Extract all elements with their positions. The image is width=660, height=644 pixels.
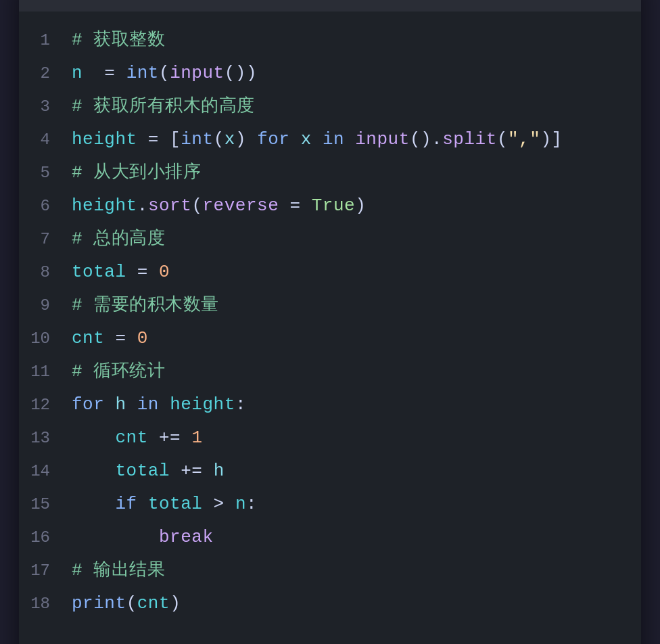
token-op [312,129,323,150]
token-x: h [214,461,225,481]
token-op: = [104,328,137,348]
token-purple: reverse [203,196,279,216]
line-number: 7 [19,223,66,256]
line-content: height.sort(reverse = True) [66,189,641,222]
code-line: 3# 获取所有积木的高度 [19,90,641,123]
token-indent [72,527,159,547]
code-line: 15 if total > n: [19,488,641,521]
token-cyan: cnt [137,593,170,614]
line-number: 11 [19,356,66,388]
token-op: ( [159,63,170,83]
code-line: 7# 总的高度 [19,223,641,256]
token-op: ( [126,593,137,614]
token-comment: # 获取所有积木的高度 [72,96,255,116]
token-op [104,394,115,415]
token-op: ( [214,129,225,150]
line-number: 9 [19,290,66,322]
code-line: 9# 需要的积木数量 [19,289,641,322]
line-number: 4 [19,124,66,156]
token-comment: # 循环统计 [72,361,165,382]
token-op: . [137,196,148,216]
token-op [137,494,148,514]
token-purple: split [442,129,497,150]
token-op [344,129,355,150]
line-number: 2 [19,58,66,90]
code-line: 10cnt = 0 [19,322,641,355]
token-cyan: total [72,262,126,282]
token-op: = [ [137,129,181,150]
token-op: (). [410,129,442,150]
token-purple: input [170,63,225,83]
code-line: 6height.sort(reverse = True) [19,189,641,223]
line-content: cnt = 0 [66,322,641,354]
token-indent [72,461,116,481]
line-content: total = 0 [66,256,641,288]
code-line: 1# 获取整数 [19,24,641,57]
token-purple: input [355,129,410,150]
line-number: 6 [19,190,66,223]
token-comment: # 需要的积木数量 [72,295,219,315]
token-comment: # 获取整数 [72,30,165,50]
code-line: 16 break [19,521,641,554]
token-op: ( [497,129,508,150]
line-content: break [66,521,641,553]
token-x: x [301,129,312,150]
line-number: 3 [19,91,66,123]
line-content: # 获取整数 [66,24,641,56]
code-line: 18print(cnt) [19,587,641,620]
line-number: 8 [19,256,66,289]
line-content: total += h [66,455,641,487]
token-num: 1 [191,428,202,448]
token-blue: for [72,394,104,415]
line-number: 12 [19,389,66,421]
token-indent [72,494,116,514]
line-number: 10 [19,323,66,355]
token-cyan: height [72,129,137,150]
token-cyan: height [72,196,137,216]
token-blue: for [257,129,289,150]
token-num: 0 [159,262,170,282]
token-cyan: total [148,494,203,514]
token-op: += [148,428,192,448]
token-blue: int [126,63,159,83]
line-content: height = [int(x) for x in input().split(… [66,123,641,156]
line-content: # 需要的积木数量 [66,289,641,321]
token-op: ) [355,196,366,216]
line-content: n = int(input()) [66,57,641,89]
line-content: cnt += 1 [66,421,641,454]
line-content: # 总的高度 [66,223,641,255]
token-blue: print [72,593,126,614]
token-cyan: total [116,461,170,481]
code-line: 13 cnt += 1 [19,421,641,455]
token-yellow: "," [508,129,540,150]
line-number: 18 [19,588,66,620]
line-number: 16 [19,522,66,554]
line-content: print(cnt) [66,587,641,620]
code-line: 4height = [int(x) for x in input().split… [19,123,641,156]
token-op: ()) [225,63,257,83]
token-op [126,394,137,415]
token-num: 0 [137,328,148,348]
token-cyan: n [72,63,82,83]
token-op: = [126,262,159,282]
token-op: : [235,394,246,415]
token-op: ) [170,593,181,614]
token-blue: if [116,494,137,514]
code-line: 14 total += h [19,455,641,488]
line-number: 1 [19,24,66,57]
token-cyan: cnt [116,428,148,448]
token-blue: int [181,129,213,150]
line-number: 14 [19,455,66,488]
token-op: += [170,461,214,481]
token-comment: # 总的高度 [72,229,165,249]
token-blue: in [323,129,344,150]
token-op: )] [540,129,562,150]
line-number: 15 [19,488,66,521]
line-content: # 从大到小排序 [66,156,641,189]
line-content: if total > n: [66,488,641,520]
line-number: 13 [19,422,66,455]
line-content: # 循环统计 [66,355,641,388]
code-line: 8total = 0 [19,256,641,289]
code-line: 5# 从大到小排序 [19,156,641,189]
line-number: 17 [19,555,66,587]
